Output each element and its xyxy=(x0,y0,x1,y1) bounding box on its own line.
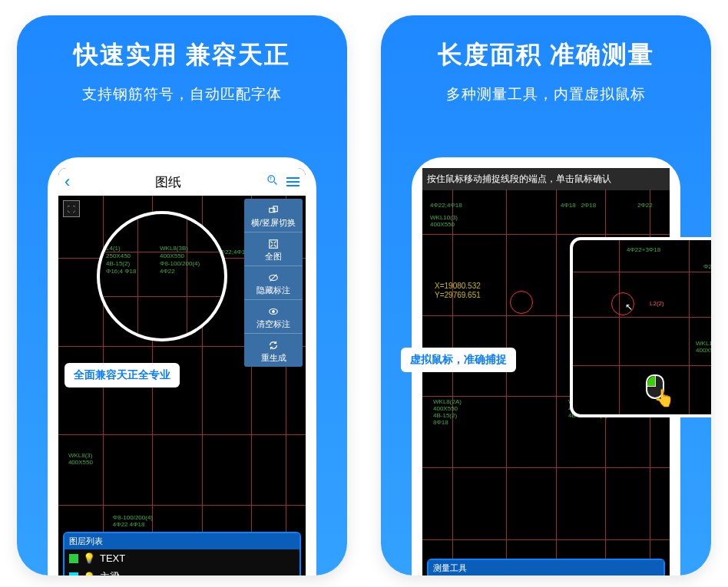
cad-text: 4Φ18 2Φ18 xyxy=(561,202,596,209)
page-title: 图纸 xyxy=(70,173,266,191)
visibility-icon[interactable]: 💡 xyxy=(83,552,95,564)
menu-item-regenerate[interactable]: 重生成 xyxy=(244,334,303,367)
cad-text: WKL8(3) 400X550 xyxy=(68,452,93,466)
magnifier: L4(1) 250X450 4B-15(2) Φ16;4 Φ18 WKL8(3B… xyxy=(97,211,227,341)
subline: 多种测量工具，内置虚拟鼠标 xyxy=(381,84,711,104)
menu-label: 重生成 xyxy=(261,352,286,364)
svg-rect-4 xyxy=(273,206,277,212)
menu-label: 清空标注 xyxy=(256,318,290,330)
cad-text: L2(2) xyxy=(650,300,664,307)
menu-item-hide[interactable]: 隐藏标注 xyxy=(244,266,303,300)
cad-text: Φ16;4 Φ18 xyxy=(106,268,136,275)
headline: 快速实用 兼容天正 xyxy=(17,38,347,72)
cad-text: Φ8-100/200(4) 4Φ22 4Φ18 xyxy=(113,514,153,528)
svg-rect-5 xyxy=(270,240,278,249)
cad-canvas[interactable]: ⛶ WKL8(3) 400X550 Φ8-100/200(4) 4Φ22 4Φ1… xyxy=(58,196,306,575)
coord-x: X=19080.532 xyxy=(435,282,481,290)
headline: 长度面积 准确测量 xyxy=(381,38,711,72)
panel-title: 图层列表 xyxy=(65,533,299,549)
menu-label: 全图 xyxy=(265,251,282,262)
cursor-icon: ↖ xyxy=(625,302,633,312)
feature-badge: 全面兼容天正全专业 xyxy=(65,363,180,387)
search-icon[interactable]: T xyxy=(266,173,279,190)
subline: 支持钢筋符号，自动匹配字体 xyxy=(17,84,347,104)
menu-label: 横/竖屏切换 xyxy=(251,217,296,229)
menu-icon[interactable] xyxy=(286,177,299,186)
visibility-icon[interactable]: 💡 xyxy=(83,572,95,576)
target-marker xyxy=(510,291,533,314)
menu-item-fit[interactable]: 全图 xyxy=(244,232,303,266)
promo-card-right: 长度面积 准确测量 多种测量工具，内置虚拟鼠标 按住鼠标移动捕捉线段的端点，单击… xyxy=(381,15,711,575)
cad-text: WKL10(3) 400X550 xyxy=(430,214,458,228)
app-top-bar: ‹ 图纸 T xyxy=(58,168,306,196)
cad-text: 4Φ22;4Φ18 xyxy=(430,202,462,209)
cad-text: 4B-15(2) xyxy=(106,260,130,267)
zoom-panel: 4Φ22+3Φ18 Φ22+2Φ20 L2(2) WKL1(2A) 400X55… xyxy=(570,237,711,417)
panel-title: 测量工具 xyxy=(429,560,663,575)
cad-text: 4Φ22 xyxy=(160,268,175,275)
phone-mockup: ‹ 图纸 T ⛶ xyxy=(48,157,316,575)
cad-text: L4(1) xyxy=(106,245,121,252)
feature-badge: 虚拟鼠标，准确捕捉 xyxy=(401,348,516,372)
cad-text: 400X550 xyxy=(160,252,184,259)
svg-text:T: T xyxy=(270,176,272,181)
layer-name: 主梁 xyxy=(100,570,120,575)
virtual-mouse[interactable]: 👆 xyxy=(646,374,664,399)
cad-text: Φ22+2Φ20 xyxy=(703,263,711,270)
cad-text: Φ8-100/200(4) xyxy=(160,260,200,267)
svg-line-1 xyxy=(274,182,276,184)
promo-card-left: 快速实用 兼容天正 支持钢筋符号，自动匹配字体 ‹ 图纸 T xyxy=(17,15,347,575)
menu-label: 隐藏标注 xyxy=(256,285,290,296)
measure-panel: 测量工具 长度 面积 角度 弧长 坐标1:N 比例 xyxy=(427,559,665,575)
layer-row[interactable]: 💡 TEXT xyxy=(65,549,299,567)
cad-text: WKL8(3B) xyxy=(160,245,188,252)
cad-text: WKL8(2A) 400X550 4B-15(2) 8Φ18 xyxy=(433,398,462,426)
hand-icon: 👆 xyxy=(654,388,674,408)
view-menu: 横/竖屏切换 全图 隐藏标注 清空标注 xyxy=(244,199,303,367)
fullscreen-icon[interactable]: ⛶ xyxy=(63,200,80,217)
cad-text: 4Φ22+3Φ18 xyxy=(627,246,660,253)
hint-bar: 按住鼠标移动捕捉线段的端点，单击鼠标确认 xyxy=(422,168,670,190)
layer-row[interactable]: 💡 主梁 xyxy=(65,567,299,575)
color-swatch xyxy=(69,572,78,575)
svg-point-9 xyxy=(273,311,275,313)
cad-text: 250X450 xyxy=(106,252,131,259)
layer-name: TEXT xyxy=(100,552,125,564)
menu-item-clear[interactable]: 清空标注 xyxy=(244,300,303,334)
cad-text: WKL1(2A) 400X550 xyxy=(696,340,711,354)
menu-item-rotate[interactable]: 横/竖屏切换 xyxy=(244,199,303,232)
layer-panel: 图层列表 💡 TEXT 💡 主梁 💡 主梁标注 xyxy=(63,532,301,575)
back-icon[interactable]: ‹ xyxy=(65,172,70,192)
phone-mockup: 按住鼠标移动捕捉线段的端点，单击鼠标确认 4Φ22;4Φ18 4Φ18 2Φ18… xyxy=(412,157,680,575)
coord-y: Y=29769.651 xyxy=(435,291,481,299)
color-swatch xyxy=(69,554,78,563)
cad-text: 2Φ22 xyxy=(637,202,653,209)
